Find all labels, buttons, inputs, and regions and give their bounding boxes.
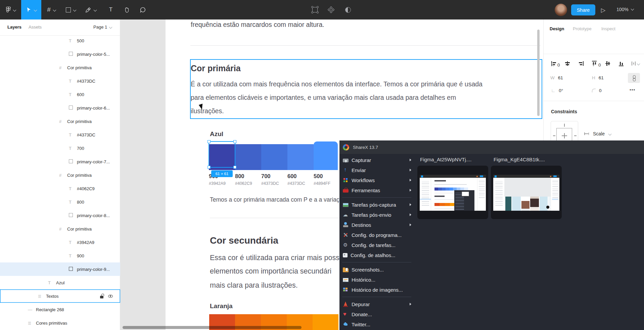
zoom-level-control[interactable]: 100% bbox=[616, 7, 634, 12]
menu-item-icon bbox=[343, 278, 349, 282]
layer-row[interactable]: primary-color-7... bbox=[0, 155, 120, 168]
layer-row[interactable]: #4373DC bbox=[0, 74, 120, 88]
menu-item[interactable]: Config. de tarefas... bbox=[339, 240, 415, 250]
heading-cor-secundaria[interactable]: Cor secundária bbox=[210, 235, 278, 246]
eye-visible-icon[interactable] bbox=[108, 295, 113, 298]
layer-row[interactable]: Cor primitiva bbox=[0, 61, 120, 74]
edit-object-button[interactable] bbox=[309, 0, 321, 19]
text-tool-button[interactable]: T bbox=[105, 0, 117, 19]
menu-item[interactable]: Tarefas pós-envio bbox=[339, 210, 415, 220]
layer-row[interactable]: 500 bbox=[0, 34, 120, 47]
recent-capture-filename[interactable]: Figma_KgE4C8B1tk.... bbox=[494, 157, 545, 162]
menu-item[interactable]: Screenshots... bbox=[339, 264, 415, 275]
recent-capture-thumbnail[interactable] bbox=[491, 166, 562, 219]
frame-tool-button[interactable]: # bbox=[44, 0, 59, 19]
layer-row[interactable]: primary-color-6... bbox=[0, 101, 120, 115]
tab-design[interactable]: Design bbox=[550, 26, 564, 31]
layer-row[interactable]: primary-color-5... bbox=[0, 47, 120, 61]
layer-row[interactable]: 600 bbox=[0, 88, 120, 101]
sharex-titlebar[interactable]: ShareX 13.7 bbox=[339, 140, 644, 154]
main-menu-button[interactable] bbox=[3, 0, 18, 19]
layer-row[interactable]: #3942A9 bbox=[0, 236, 120, 249]
x-position-field[interactable]: X 0 bbox=[551, 63, 560, 68]
menu-item[interactable]: Destinos bbox=[339, 220, 415, 230]
menu-item[interactable]: Config. do programa... bbox=[339, 230, 415, 240]
layer-row[interactable]: #4062C9 bbox=[0, 182, 120, 195]
menu-item-icon bbox=[343, 287, 349, 292]
recent-capture-thumbnail[interactable] bbox=[417, 166, 488, 219]
menu-item[interactable]: Twitter... bbox=[339, 319, 415, 329]
layer-row[interactable]: primary-color-9... bbox=[0, 262, 120, 276]
vertical-scrollbar[interactable] bbox=[537, 30, 540, 116]
layer-name: 700 bbox=[77, 146, 84, 151]
pen-tool-button[interactable] bbox=[83, 0, 99, 19]
hand-tool-button[interactable] bbox=[120, 0, 133, 19]
menu-item[interactable]: Donate... bbox=[339, 309, 415, 319]
align-vertical-center-button[interactable] bbox=[605, 60, 611, 67]
color-swatch[interactable] bbox=[287, 144, 314, 170]
layer-name: primary-color-7... bbox=[77, 159, 110, 164]
move-tool-button[interactable] bbox=[21, 0, 41, 19]
color-swatch[interactable] bbox=[235, 144, 261, 170]
present-play-icon[interactable]: ▷ bbox=[601, 7, 605, 14]
menu-item[interactable]: Depurar bbox=[339, 299, 415, 309]
layer-row[interactable]: Cor primitiva bbox=[0, 168, 120, 182]
tab-prototype[interactable]: Prototype bbox=[573, 26, 592, 31]
horizontal-scrollbar[interactable] bbox=[123, 326, 302, 329]
layer-row[interactable]: Rectangle 268 bbox=[0, 303, 120, 316]
recent-capture-filename[interactable]: Figma_At25WpNVTj.... bbox=[420, 157, 471, 162]
color-swatch[interactable] bbox=[261, 144, 287, 170]
layer-row[interactable]: 700 bbox=[0, 141, 120, 155]
create-component-button[interactable] bbox=[325, 0, 337, 19]
menu-item[interactable]: Capturar bbox=[339, 155, 415, 165]
tab-layers[interactable]: Layers bbox=[7, 25, 21, 30]
selection-handle[interactable] bbox=[233, 140, 236, 143]
color-swatch[interactable] bbox=[313, 314, 338, 330]
chevron-down-icon bbox=[13, 8, 16, 11]
menu-item[interactable]: Histórico de imagens... bbox=[339, 285, 415, 295]
layer-row[interactable]: Cores primitivas bbox=[0, 316, 120, 330]
more-options-button[interactable]: ••• bbox=[630, 87, 635, 92]
y-position-field[interactable]: Y 0 bbox=[592, 63, 601, 68]
menu-item[interactable]: Config. de atalhos... bbox=[339, 250, 415, 260]
width-field[interactable]: W 61 bbox=[550, 75, 563, 80]
layer-row[interactable]: Textos bbox=[0, 289, 120, 303]
unlock-icon[interactable] bbox=[100, 296, 103, 298]
avatar[interactable] bbox=[555, 4, 567, 16]
layer-row[interactable]: #4373DC bbox=[0, 128, 120, 141]
menu-item[interactable]: Histórico... bbox=[339, 275, 415, 285]
align-horizontal-center-button[interactable] bbox=[564, 60, 570, 67]
selection-handle[interactable] bbox=[208, 140, 211, 143]
comment-tool-button[interactable] bbox=[136, 0, 149, 19]
corner-radius-icon bbox=[592, 89, 596, 92]
layer-type-icon bbox=[69, 79, 77, 84]
mask-button[interactable] bbox=[342, 0, 354, 19]
height-field[interactable]: H 61 bbox=[592, 75, 604, 80]
rotation-field[interactable]: ∟ 0° bbox=[551, 88, 563, 93]
layer-row[interactable]: Azul bbox=[0, 276, 120, 289]
menu-item[interactable]: Enviar bbox=[339, 165, 415, 175]
distribute-menu-button[interactable] bbox=[632, 60, 640, 67]
layer-row[interactable]: primary-color-8... bbox=[0, 209, 120, 222]
menu-item[interactable]: Tarefas pós-captura bbox=[339, 200, 415, 210]
align-right-button[interactable] bbox=[578, 60, 584, 67]
color-swatch[interactable] bbox=[314, 141, 338, 170]
share-button[interactable]: Share bbox=[571, 4, 595, 15]
constrain-proportions-button[interactable] bbox=[628, 73, 640, 83]
selection-handle[interactable] bbox=[208, 166, 211, 169]
selection-handle[interactable] bbox=[233, 166, 236, 169]
label-azul: Azul bbox=[210, 130, 223, 138]
shape-tool-button[interactable] bbox=[63, 0, 79, 19]
layer-row[interactable]: 800 bbox=[0, 195, 120, 209]
tab-assets[interactable]: Assets bbox=[29, 25, 42, 30]
align-bottom-button[interactable] bbox=[618, 60, 624, 67]
layer-row[interactable]: Cor primitiva bbox=[0, 115, 120, 128]
menu-item[interactable]: Ferramentas bbox=[339, 185, 415, 195]
layer-row[interactable]: 900 bbox=[0, 249, 120, 262]
tab-inspect[interactable]: Inspect bbox=[601, 26, 615, 31]
corner-radius-field[interactable]: 0 bbox=[592, 88, 602, 93]
page-selector[interactable]: Page 1 bbox=[93, 25, 107, 30]
layer-row[interactable]: Cor primitiva bbox=[0, 222, 120, 236]
horizontal-constraint-select[interactable]: Scale bbox=[584, 131, 611, 136]
menu-item[interactable]: Workflows bbox=[339, 175, 415, 185]
